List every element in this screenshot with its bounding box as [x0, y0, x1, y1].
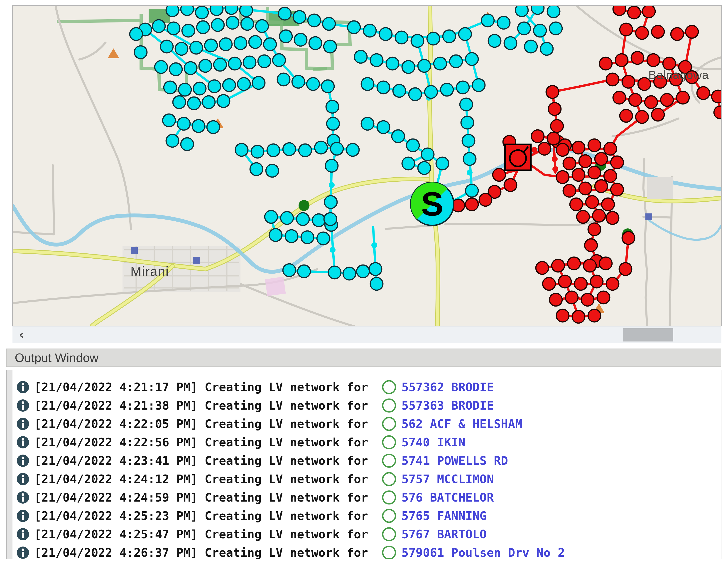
red-node[interactable] [613, 91, 626, 104]
cyan-node[interactable] [181, 3, 194, 15]
red-node[interactable] [593, 209, 605, 222]
red-node[interactable] [619, 263, 632, 275]
cyan-node[interactable] [297, 213, 309, 225]
red-node[interactable] [549, 294, 562, 306]
cyan-node[interactable] [321, 80, 334, 93]
red-node[interactable] [714, 106, 727, 119]
red-node[interactable] [563, 157, 576, 170]
cyan-node[interactable] [293, 11, 306, 23]
cyan-node[interactable] [534, 24, 546, 37]
red-node[interactable] [661, 93, 673, 106]
red-node[interactable] [577, 210, 589, 223]
cyan-node[interactable] [182, 24, 195, 37]
cyan-node[interactable] [190, 41, 203, 54]
cyan-node[interactable] [196, 6, 208, 19]
cyan-node[interactable] [393, 84, 406, 97]
cyan-node[interactable] [163, 114, 175, 127]
red-node[interactable] [645, 96, 657, 108]
cyan-node[interactable] [343, 267, 356, 280]
cyan-node[interactable] [466, 53, 478, 65]
red-node[interactable] [599, 257, 612, 270]
cyan-node[interactable] [155, 61, 167, 73]
cyan-node[interactable] [267, 144, 280, 157]
red-node[interactable] [606, 73, 619, 86]
cyan-node[interactable] [184, 62, 197, 74]
cyan-node[interactable] [472, 79, 485, 91]
blue-square-marker[interactable] [645, 213, 652, 220]
cyan-node[interactable] [369, 263, 382, 275]
red-node[interactable] [712, 90, 724, 103]
cyan-node[interactable] [273, 54, 285, 66]
red-node[interactable] [563, 184, 576, 197]
red-node[interactable] [652, 108, 664, 121]
map-canvas[interactable]: SMiraniBalnagowa [0, 0, 728, 326]
cyan-node[interactable] [462, 134, 475, 147]
red-node[interactable] [620, 23, 632, 36]
feeder-link[interactable]: 5740 IKIN [402, 436, 466, 449]
cyan-node[interactable] [460, 98, 473, 111]
cyan-node[interactable] [370, 277, 383, 290]
cyan-node[interactable] [463, 152, 476, 165]
red-node[interactable] [628, 6, 640, 19]
cyan-node[interactable] [324, 196, 337, 208]
map-svg[interactable]: SMiraniBalnagowa [0, 0, 728, 326]
cyan-node[interactable] [225, 2, 238, 14]
cyan-node[interactable] [450, 55, 462, 68]
cyan-node[interactable] [265, 210, 277, 223]
feeder-link[interactable]: 579061 Poulsen Drv No 2 [402, 546, 565, 559]
cyan-node[interactable] [214, 58, 226, 71]
red-node[interactable] [586, 196, 598, 208]
cyan-node[interactable] [515, 4, 528, 17]
red-node[interactable] [606, 211, 619, 224]
cyan-node[interactable] [134, 46, 147, 59]
red-node[interactable] [620, 109, 632, 122]
cyan-node[interactable] [481, 14, 494, 27]
output-log-panel[interactable]: [21/04/2022 4:21:17 PM] Creating LV netw… [6, 370, 721, 559]
cyan-node[interactable] [217, 95, 230, 107]
cyan-node[interactable] [308, 14, 321, 27]
red-node[interactable] [581, 294, 594, 306]
cyan-node[interactable] [166, 4, 179, 17]
cyan-node[interactable] [441, 83, 453, 96]
cyan-node[interactable] [540, 42, 553, 55]
red-node[interactable] [590, 275, 603, 288]
feeder-link[interactable]: 562 ACF & HELSHAM [402, 417, 522, 431]
red-node[interactable] [504, 179, 517, 191]
cyan-node[interactable] [269, 229, 282, 241]
red-node[interactable] [671, 28, 684, 40]
cyan-node[interactable] [407, 139, 419, 152]
cyan-node[interactable] [173, 96, 186, 108]
red-node[interactable] [611, 183, 623, 196]
cyan-node[interactable] [386, 57, 399, 70]
cyan-node[interactable] [370, 54, 383, 66]
cyan-node[interactable] [549, 22, 562, 35]
red-node[interactable] [588, 309, 601, 322]
red-node[interactable] [595, 180, 608, 192]
red-node[interactable] [479, 193, 492, 206]
cyan-node[interactable] [456, 81, 469, 94]
blue-square-marker[interactable] [131, 247, 138, 253]
cyan-node[interactable] [241, 17, 254, 30]
cyan-node[interactable] [488, 34, 501, 47]
cyan-node[interactable] [323, 17, 335, 30]
red-node[interactable] [565, 291, 578, 304]
cyan-node[interactable] [392, 130, 404, 143]
cyan-node[interactable] [188, 97, 200, 110]
cyan-node[interactable] [192, 120, 205, 132]
red-node[interactable] [647, 54, 660, 66]
cyan-node[interactable] [234, 37, 247, 49]
cyan-node[interactable] [317, 232, 330, 245]
cyan-node[interactable] [418, 162, 431, 174]
cyan-node[interactable] [266, 164, 279, 177]
red-node[interactable] [551, 120, 563, 132]
cyan-node[interactable] [175, 42, 188, 55]
cyan-node[interactable] [169, 63, 182, 76]
red-node[interactable] [595, 152, 608, 165]
red-node[interactable] [543, 277, 555, 290]
cyan-node[interactable] [307, 78, 319, 90]
cyan-node[interactable] [298, 265, 310, 278]
cyan-node[interactable] [164, 81, 176, 94]
red-node[interactable] [466, 198, 478, 211]
cyan-node[interactable] [240, 4, 252, 17]
cyan-node[interactable] [363, 24, 376, 37]
